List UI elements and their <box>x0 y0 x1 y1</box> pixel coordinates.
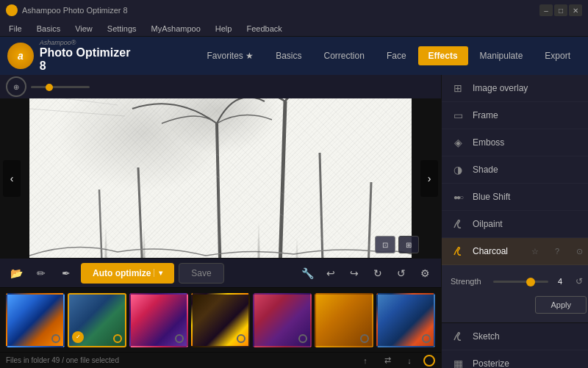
charcoal-info-icon[interactable]: ? <box>550 244 564 259</box>
svg-line-9 <box>29 109 125 116</box>
svg-line-2 <box>279 101 285 259</box>
effect-item-posterize[interactable]: ▦ Posterize <box>442 350 588 368</box>
nav-circle-control[interactable]: ⊕ <box>6 76 26 97</box>
maximize-button[interactable]: □ <box>554 4 567 16</box>
menu-bar: File Basics View Settings MyAshampoo Hel… <box>0 21 588 37</box>
thumbnail-6[interactable] <box>315 293 373 347</box>
thumb-2-badge: ✓ <box>72 331 84 343</box>
title-bar: Ashampoo Photo Optimizer 8 – □ ✕ <box>0 0 588 21</box>
thumbnail-1[interactable] <box>6 293 65 347</box>
tab-correction[interactable]: Correction <box>314 46 375 65</box>
image-overlay-icon: ⊞ <box>451 81 465 95</box>
menu-basics[interactable]: Basics <box>34 23 63 35</box>
svg-line-3 <box>320 153 323 259</box>
oilpaint-icon <box>451 217 465 231</box>
tab-basics[interactable]: Basics <box>265 46 312 65</box>
effect-item-shade[interactable]: ◑ Shade <box>442 156 588 184</box>
effect-label-shade: Shade <box>473 165 587 175</box>
view-toggle-button[interactable]: ⊞ <box>398 236 419 253</box>
menu-myashampoo[interactable]: MyAshampoo <box>148 23 204 35</box>
thumbnail-4[interactable] <box>191 293 250 347</box>
charcoal-settings-icon[interactable]: ⊙ <box>572 244 587 259</box>
status-bar: Files in folder 49 / one file selected ↑… <box>0 352 441 368</box>
tool-open-button[interactable]: 📂 <box>6 263 26 284</box>
effect-label-blue-shift: Blue Shift <box>473 192 587 202</box>
sketch-icon <box>451 329 465 344</box>
effect-label-oilpaint: Oilpaint <box>473 219 587 229</box>
zoom-slider[interactable] <box>31 86 90 88</box>
effect-item-image-overlay[interactable]: ⊞ Image overlay <box>442 75 588 102</box>
svg-line-4 <box>99 190 103 259</box>
strength-reset-button[interactable]: ↺ <box>572 274 587 289</box>
prev-image-button[interactable]: ‹ <box>3 160 21 197</box>
logo-text: Ashampoo® Photo Optimizer 8 <box>40 39 140 73</box>
logo-area: a Ashampoo® Photo Optimizer 8 <box>7 39 140 73</box>
rotate-ccw-button[interactable]: ↺ <box>391 263 412 284</box>
charcoal-settings-panel: Strength 4 ↺ Apply <box>442 265 588 323</box>
minimize-button[interactable]: – <box>539 4 553 16</box>
thumbnail-3[interactable] <box>129 293 188 347</box>
effect-item-emboss[interactable]: ◈ Emboss <box>442 129 588 156</box>
posterize-icon: ▦ <box>451 356 465 368</box>
status-swap-button[interactable]: ⇄ <box>379 354 395 367</box>
status-left-button[interactable]: ↑ <box>357 354 373 367</box>
status-right-button[interactable]: ↓ <box>401 354 417 367</box>
nav-tabs: Favorites ★ Basics Correction Face Effec… <box>197 46 581 65</box>
save-button[interactable]: Save <box>179 263 223 284</box>
effect-label-sketch: Sketch <box>473 331 587 342</box>
thumbnail-5[interactable] <box>253 293 312 347</box>
charcoal-icon <box>451 244 465 259</box>
thumbnail-2[interactable]: ✓ <box>68 293 126 347</box>
effect-item-sketch[interactable]: Sketch <box>442 323 588 350</box>
apply-button[interactable]: Apply <box>535 296 587 314</box>
bottom-toolbar: 📂 ✏ ✒ Auto optimize ▾ Save 🔧 ↩ ↪ ↻ ↺ ⚙ <box>0 258 441 287</box>
svg-line-1 <box>217 123 220 259</box>
tab-face[interactable]: Face <box>376 46 417 65</box>
next-image-button[interactable]: › <box>420 160 438 197</box>
thumb-4-indicator <box>237 334 245 343</box>
undo-button[interactable]: ↩ <box>320 263 341 284</box>
effect-item-charcoal[interactable]: Charcoal ☆ ? ⊙ <box>442 238 588 265</box>
logo-subtitle: Ashampoo® <box>40 39 140 46</box>
tool-edit-button[interactable]: ✏ <box>31 263 51 284</box>
action-icons: 🔧 ↩ ↪ ↻ ↺ ⚙ <box>297 263 435 284</box>
tab-export[interactable]: Export <box>534 46 581 65</box>
rotate-cw-button[interactable]: ↻ <box>368 263 388 284</box>
svg-line-5 <box>368 182 371 259</box>
strength-row: Strength 4 ↺ <box>451 274 587 289</box>
menu-feedback[interactable]: Feedback <box>243 23 284 35</box>
compare-toggle-button[interactable]: ⊡ <box>375 236 395 253</box>
status-text: Files in folder 49 / one file selected <box>6 356 119 364</box>
close-button[interactable]: ✕ <box>569 4 582 16</box>
sketch-svg <box>29 98 412 258</box>
tab-effects[interactable]: Effects <box>418 46 468 65</box>
blue-shift-icon: ●●○ <box>451 190 465 204</box>
effect-item-blue-shift[interactable]: ●●○ Blue Shift <box>442 184 588 211</box>
settings-button[interactable]: ⚙ <box>415 263 435 284</box>
effect-label-posterize: Posterize <box>473 358 587 368</box>
redo-button[interactable]: ↪ <box>344 263 365 284</box>
menu-view[interactable]: View <box>72 23 96 35</box>
menu-settings[interactable]: Settings <box>104 23 140 35</box>
auto-optimize-button[interactable]: Auto optimize ▾ <box>81 263 174 284</box>
logo-title: Photo Optimizer 8 <box>40 46 140 73</box>
menu-help[interactable]: Help <box>212 23 235 35</box>
menu-file[interactable]: File <box>6 23 25 35</box>
svg-line-7 <box>66 98 412 258</box>
tool-picker-button[interactable]: ✒ <box>56 263 76 284</box>
tools-button[interactable]: 🔧 <box>297 263 318 284</box>
title-bar-controls: – □ ✕ <box>539 4 582 16</box>
frame-icon: ▭ <box>451 108 465 123</box>
effect-item-frame[interactable]: ▭ Frame <box>442 102 588 129</box>
compare-icons: ⊡ ⊞ <box>375 236 419 253</box>
tab-manipulate[interactable]: Manipulate <box>470 46 534 65</box>
tab-favorites[interactable]: Favorites ★ <box>197 46 265 65</box>
effects-list: ⊞ Image overlay ▭ Frame ◈ Emboss ◑ Shade… <box>442 75 588 368</box>
title-bar-left: Ashampoo Photo Optimizer 8 <box>6 4 128 16</box>
strength-slider[interactable] <box>493 281 548 283</box>
effect-label-charcoal: Charcoal <box>473 246 520 256</box>
effect-item-oilpaint[interactable]: Oilpaint <box>442 211 588 238</box>
thumb-2-indicator <box>113 334 122 343</box>
thumbnail-7[interactable] <box>376 293 435 347</box>
charcoal-star-icon[interactable]: ☆ <box>528 244 542 259</box>
